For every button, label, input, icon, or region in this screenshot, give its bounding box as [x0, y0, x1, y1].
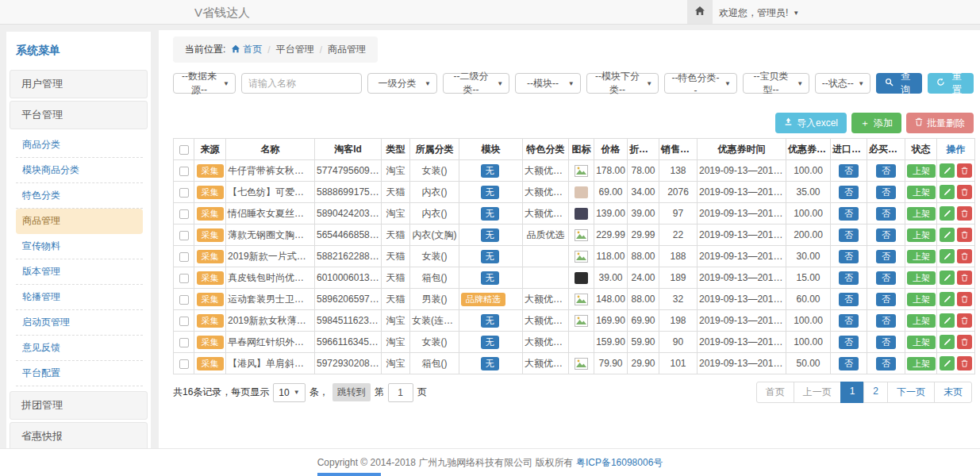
pagination-button[interactable]: 末页 [934, 382, 972, 403]
delete-button[interactable] [957, 292, 972, 306]
edit-button[interactable] [940, 271, 955, 285]
edit-button[interactable] [940, 356, 955, 370]
delete-button[interactable] [957, 185, 972, 199]
delete-button[interactable] [957, 356, 972, 370]
name-search-input[interactable] [241, 73, 362, 94]
import-select-toggle[interactable]: 否 [839, 207, 859, 221]
import-select-toggle[interactable]: 否 [839, 336, 859, 349]
sidebar-subitem[interactable]: 启动页管理 [16, 310, 143, 336]
select-all-checkbox[interactable] [179, 145, 189, 155]
must-buy-toggle[interactable]: 否 [876, 228, 896, 242]
delete-button[interactable] [957, 206, 972, 221]
user-menu[interactable]: 欢迎您，管理员! ▼ [719, 6, 799, 20]
status-toggle[interactable]: 上架 [907, 271, 936, 285]
must-buy-toggle[interactable]: 否 [876, 357, 896, 370]
sidebar-item[interactable]: 拼团管理 [10, 391, 148, 420]
sidebar-subitem[interactable]: 模块商品分类 [16, 158, 143, 183]
must-buy-toggle[interactable]: 否 [876, 250, 896, 263]
row-checkbox[interactable] [179, 167, 189, 176]
status-toggle[interactable]: 上架 [907, 207, 936, 221]
import-select-toggle[interactable]: 否 [839, 250, 859, 263]
icp-link[interactable]: 粤ICP备16098006号 [576, 457, 663, 468]
must-buy-toggle[interactable]: 否 [876, 164, 896, 178]
level2-category-select[interactable]: --二级分类--▼ [443, 73, 509, 94]
must-buy-toggle[interactable]: 否 [876, 336, 896, 349]
edit-button[interactable] [940, 335, 955, 349]
import-select-toggle[interactable]: 否 [839, 228, 859, 242]
level1-category-select[interactable]: 一级分类▼ [367, 73, 437, 94]
sidebar-subitem[interactable]: 意见反馈 [16, 336, 143, 361]
batch-delete-button[interactable]: 批量删除 [906, 113, 974, 133]
pagination-button[interactable]: 上一页 [794, 382, 841, 403]
sidebar-item-users[interactable]: 用户管理 [10, 70, 148, 98]
must-buy-toggle[interactable]: 否 [876, 314, 896, 328]
must-buy-toggle[interactable]: 否 [876, 207, 896, 221]
import-select-toggle[interactable]: 否 [839, 314, 859, 328]
status-toggle[interactable]: 上架 [907, 293, 936, 306]
search-button[interactable]: 查询 [876, 73, 922, 94]
sidebar-subitem[interactable]: 版本管理 [16, 259, 143, 285]
feature-category-select[interactable]: --特色分类--▼ [664, 73, 737, 94]
status-toggle[interactable]: 上架 [907, 314, 936, 328]
item-type-select[interactable]: --宝贝类型--▼ [743, 73, 809, 94]
import-excel-button[interactable]: 导入excel [775, 113, 847, 133]
status-toggle[interactable]: 上架 [907, 336, 936, 349]
delete-button[interactable] [957, 313, 972, 328]
home-button[interactable] [687, 0, 713, 24]
row-checkbox[interactable] [179, 359, 189, 369]
status-toggle[interactable]: 上架 [907, 357, 936, 370]
module-subcategory-select[interactable]: --模块下分类--▼ [586, 73, 659, 94]
status-toggle[interactable]: 上架 [907, 164, 936, 178]
row-checkbox[interactable] [179, 188, 189, 198]
must-buy-toggle[interactable]: 否 [876, 186, 896, 199]
sidebar-subitem[interactable]: 商品分类 [16, 132, 143, 158]
module-select[interactable]: --模块--▼ [515, 73, 581, 94]
edit-button[interactable] [940, 206, 955, 221]
import-select-toggle[interactable]: 否 [839, 164, 859, 178]
sidebar-subitem[interactable]: 商品管理 [16, 209, 143, 234]
sidebar-subitem[interactable]: 特色分类 [16, 183, 143, 209]
pagination-button[interactable]: 1 [840, 382, 865, 403]
status-select[interactable]: --状态--▼ [815, 73, 870, 94]
row-checkbox[interactable] [179, 338, 189, 347]
import-select-toggle[interactable]: 否 [839, 271, 859, 285]
import-select-toggle[interactable]: 否 [839, 293, 859, 306]
import-select-toggle[interactable]: 否 [839, 186, 859, 199]
delete-button[interactable] [957, 271, 972, 285]
edit-button[interactable] [940, 313, 955, 328]
delete-button[interactable] [957, 249, 972, 263]
edit-button[interactable] [940, 185, 955, 199]
sidebar-item[interactable]: 省惠快报 [10, 422, 148, 448]
edit-button[interactable] [940, 228, 955, 242]
status-toggle[interactable]: 上架 [907, 250, 936, 263]
edit-button[interactable] [940, 249, 955, 263]
sidebar-subitem[interactable]: 宣传物料 [16, 234, 143, 259]
row-checkbox[interactable] [179, 209, 189, 219]
jump-to-button[interactable]: 跳转到 [332, 383, 371, 401]
row-checkbox[interactable] [179, 231, 189, 240]
must-buy-toggle[interactable]: 否 [876, 293, 896, 306]
add-button[interactable]: ＋ 添加 [851, 113, 901, 133]
must-buy-toggle[interactable]: 否 [876, 271, 896, 285]
breadcrumb-home-link[interactable]: 首页 [231, 43, 262, 56]
status-toggle[interactable]: 上架 [907, 186, 936, 199]
data-source-select[interactable]: --数据来源--▼ [173, 73, 236, 94]
import-select-toggle[interactable]: 否 [839, 357, 859, 370]
pagination-button[interactable]: 下一页 [887, 382, 935, 403]
sidebar-subitem[interactable]: 轮播管理 [16, 285, 143, 310]
reset-button[interactable]: 重置 [928, 73, 974, 94]
delete-button[interactable] [957, 335, 972, 349]
delete-button[interactable] [957, 163, 972, 178]
jump-page-input[interactable] [388, 383, 413, 402]
sidebar-subitem[interactable]: 平台配置 [16, 361, 143, 386]
row-checkbox[interactable] [179, 295, 189, 305]
pagination-button[interactable]: 首页 [756, 382, 794, 403]
edit-button[interactable] [940, 163, 955, 178]
row-checkbox[interactable] [179, 252, 189, 262]
delete-button[interactable] [957, 228, 972, 242]
row-checkbox[interactable] [179, 317, 189, 326]
page-size-select[interactable]: 10 ▼ [273, 383, 305, 402]
row-checkbox[interactable] [179, 274, 189, 283]
edit-button[interactable] [940, 292, 955, 306]
sidebar-item-platform[interactable]: 平台管理 [10, 101, 148, 129]
